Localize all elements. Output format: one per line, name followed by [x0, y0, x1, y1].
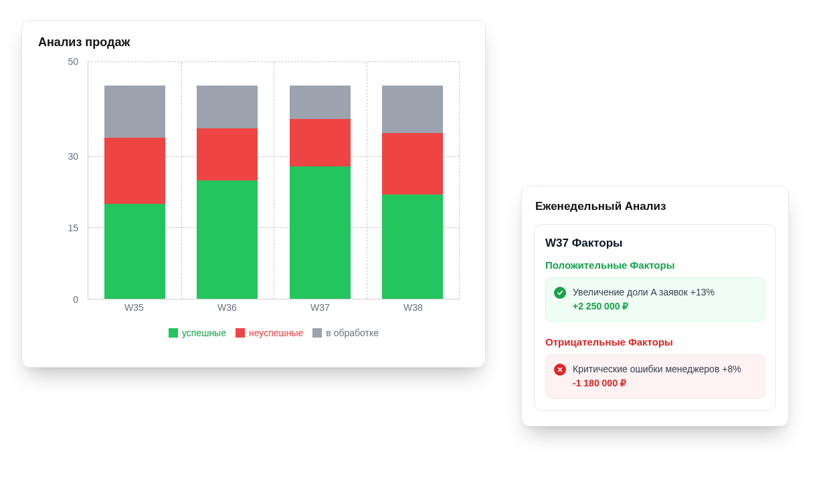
negative-heading: Отрицательные Факторы [545, 336, 765, 348]
gridline-vertical [274, 62, 274, 299]
positive-section: Положительные Факторы Увеличение доли A … [545, 259, 765, 322]
x-tick-label: W35 [124, 302, 144, 313]
legend-label-processing: в обработке [326, 328, 379, 338]
legend-item-success: успешные [169, 328, 226, 338]
bar-segment [290, 119, 351, 166]
negative-section: Отрицательные Факторы Критические ошибки… [545, 336, 765, 398]
bar-segment [197, 180, 258, 299]
bar-segment [104, 204, 165, 299]
weekly-analysis-card: Еженедельный Анализ W37 Факторы Положите… [521, 186, 789, 426]
plot-area [88, 61, 460, 299]
legend-item-fail: неуспешные [236, 328, 303, 338]
bar-segment [290, 86, 351, 119]
negative-factor-amount: -1 180 000 ₽ [573, 377, 755, 390]
negative-factor-text: Критические ошибки менеджеров +8% -1 180… [573, 363, 755, 390]
negative-factor-item: Критические ошибки менеджеров +8% -1 180… [545, 354, 765, 398]
y-tick-label: 50 [68, 56, 78, 67]
x-tick-label: W38 [403, 302, 423, 313]
sales-chart: 0153050 W35W36W37W38 успешные неуспешные [37, 55, 470, 342]
legend-item-processing: в обработке [312, 328, 379, 338]
bar-column [382, 62, 443, 299]
bar-segment [104, 138, 165, 204]
y-tick-label: 15 [68, 223, 78, 233]
sales-title: Анализ продаж [38, 35, 470, 49]
positive-factor-amount: +2 250 000 ₽ [573, 300, 755, 313]
x-circle-icon [554, 364, 566, 376]
weekly-inner-title: W37 Факторы [545, 237, 765, 250]
negative-factor-desc: Критические ошибки менеджеров +8% [573, 363, 755, 376]
sales-analysis-card: Анализ продаж 0153050 W35W36W37W38 успеш… [21, 20, 486, 368]
bar-segment [197, 128, 258, 180]
bar-column [104, 62, 165, 299]
legend-swatch-success-icon [169, 328, 178, 338]
x-tick-label: W37 [310, 302, 330, 313]
y-axis: 0153050 [37, 61, 84, 299]
weekly-title: Еженедельный Анализ [535, 200, 776, 213]
positive-heading: Положительные Факторы [545, 259, 765, 271]
check-circle-icon [554, 287, 566, 299]
legend-label-success: успешные [182, 328, 226, 338]
bar-segment [382, 195, 443, 299]
bar-segment [104, 86, 165, 138]
legend-swatch-fail-icon [236, 328, 245, 338]
y-tick-label: 30 [68, 151, 78, 162]
bar-column [290, 62, 351, 299]
positive-factor-item: Увеличение доли A заявок +13% +2 250 000… [545, 277, 765, 322]
legend-label-fail: неуспешные [249, 328, 303, 338]
bar-column [197, 62, 258, 299]
weekly-inner-card: W37 Факторы Положительные Факторы Увелич… [534, 224, 776, 411]
gridline-vertical [181, 62, 182, 299]
y-tick-label: 0 [73, 294, 78, 305]
legend: успешные неуспешные в обработке [88, 328, 460, 338]
positive-factor-text: Увеличение доли A заявок +13% +2 250 000… [573, 286, 755, 313]
bar-segment [382, 86, 443, 133]
positive-factor-desc: Увеличение доли A заявок +13% [573, 286, 755, 299]
gridline-vertical [367, 62, 367, 299]
bar-segment [382, 133, 443, 195]
bar-segment [290, 166, 351, 299]
x-tick-label: W36 [217, 302, 237, 313]
bar-segment [197, 86, 258, 128]
x-axis: W35W36W37W38 [88, 302, 460, 316]
legend-swatch-processing-icon [312, 328, 322, 338]
